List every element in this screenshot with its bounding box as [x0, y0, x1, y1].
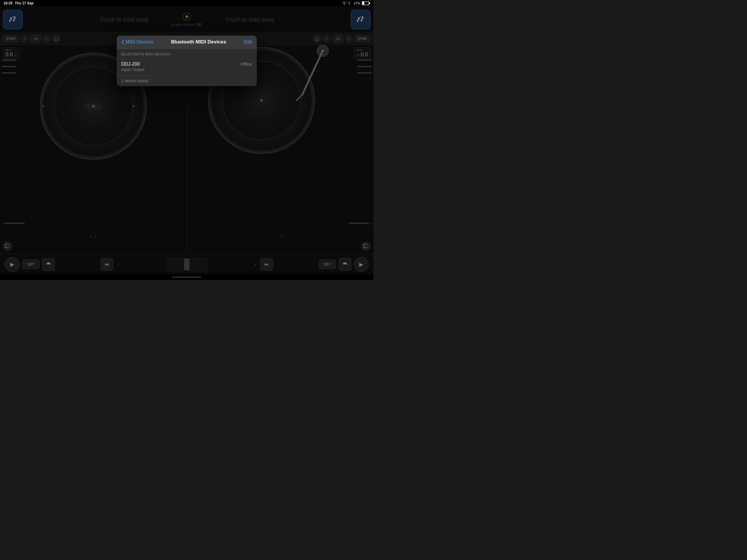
back-chevron-icon [121, 40, 124, 44]
edit-button[interactable]: Edit [244, 40, 252, 45]
status-left: 10:20 Thu 17 Sep [3, 1, 33, 5]
back-button[interactable]: MIDI Devices [121, 40, 153, 45]
device-subtext: Input / Output [121, 68, 252, 72]
status-bar: 10:20 Thu 17 Sep 27% [0, 0, 374, 6]
battery-text: 27% [354, 1, 360, 5]
svg-rect-2 [362, 2, 364, 5]
wifi-icon [342, 1, 347, 5]
back-label: MIDI Devices [126, 40, 153, 45]
dj-app: Touch to load song algoriddim Touch to l… [0, 6, 374, 280]
device-name: DDJ-200 [121, 61, 140, 67]
modal-title: Bluetooth MIDI Devices [171, 39, 226, 45]
moon-icon [349, 1, 352, 5]
device-row-top: DDJ-200 Offline [121, 61, 252, 67]
section-header: BLUETOOTH MIDI DEVICES [117, 49, 257, 58]
time-display: 10:20 [3, 1, 12, 5]
status-right: 27% [342, 1, 370, 5]
device-status: Offline [240, 62, 252, 67]
bluetooth-midi-panel: MIDI Devices Bluetooth MIDI Devices Edit… [117, 35, 257, 86]
battery-icon [362, 1, 370, 5]
modal-header: MIDI Devices Bluetooth MIDI Devices Edit [117, 35, 257, 49]
svg-rect-1 [369, 2, 370, 4]
device-row-ddj200[interactable]: DDJ-200 Offline Input / Output [117, 58, 257, 76]
modal-overlay: MIDI Devices Bluetooth MIDI Devices Edit… [0, 6, 374, 280]
date-display: Thu 17 Sep [15, 1, 33, 5]
found-text: 1 device found [117, 76, 257, 86]
